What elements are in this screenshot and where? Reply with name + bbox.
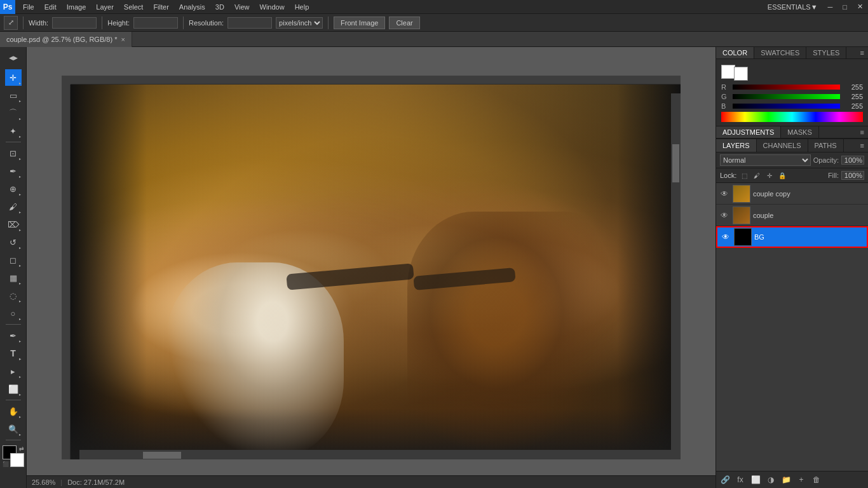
menu-filter[interactable]: Filter <box>148 0 173 14</box>
layer-eye-bg[interactable]: 👁 <box>720 231 731 243</box>
menu-image[interactable]: Image <box>62 0 92 14</box>
color-swatch-fg[interactable] <box>721 65 735 79</box>
color-g-row: G 255 <box>721 93 863 100</box>
layer-item-couple[interactable]: 👁 couple <box>716 205 868 226</box>
healing-brush-tool[interactable]: ⊕▸ <box>5 180 22 197</box>
window-close[interactable]: ✕ <box>852 0 868 14</box>
r-slider[interactable] <box>733 85 840 90</box>
lock-transparent-icon[interactable]: ⬚ <box>739 170 749 180</box>
fill-value[interactable]: 100% <box>841 171 864 180</box>
tab-channels[interactable]: CHANNELS <box>757 139 808 152</box>
lock-position-icon[interactable]: ✛ <box>764 170 775 180</box>
width-input[interactable] <box>52 17 97 29</box>
horizontal-scrollbar[interactable] <box>79 450 671 459</box>
adjustments-tabs: ADJUSTMENTS MASKS ≡ <box>716 126 868 139</box>
tab-close-button[interactable]: × <box>121 36 125 43</box>
g-slider[interactable] <box>733 94 840 99</box>
adjustments-panel-collapse[interactable]: ≡ <box>857 126 868 138</box>
zoom-tool[interactable]: 🔍▸ <box>5 421 22 437</box>
layer-thumbnail-couple <box>733 207 750 224</box>
resolution-unit-select[interactable]: pixels/inch <box>276 17 323 29</box>
dodge-tool[interactable]: ○▸ <box>5 305 22 322</box>
menu-view[interactable]: View <box>229 0 255 14</box>
tab-paths[interactable]: PATHS <box>808 139 844 152</box>
menu-edit[interactable]: Edit <box>39 0 62 14</box>
window-restore[interactable]: □ <box>837 0 852 14</box>
tab-adjustments[interactable]: ADJUSTMENTS <box>716 126 781 138</box>
tab-masks[interactable]: MASKS <box>781 126 819 138</box>
zoom-level[interactable]: 25.68% <box>32 478 55 486</box>
lock-pixels-icon[interactable]: 🖌 <box>752 170 762 180</box>
color-panel-tabs: COLOR SWATCHES STYLES ≡ <box>716 47 868 59</box>
menu-file[interactable]: File <box>18 0 39 14</box>
resolution-label: Resolution: <box>189 19 224 27</box>
color-panel-collapse[interactable]: ≡ <box>857 47 868 58</box>
menu-3d[interactable]: 3D <box>210 0 229 14</box>
brush-tool[interactable]: 🖌▸ <box>5 198 22 215</box>
eraser-tool[interactable]: ◻▸ <box>5 252 22 268</box>
new-group-button[interactable]: 📁 <box>780 473 792 486</box>
layer-item-couple-copy[interactable]: 👁 couple copy <box>716 183 868 205</box>
layer-eye-couple[interactable]: 👁 <box>719 210 730 221</box>
layers-panel-collapse[interactable]: ≡ <box>857 139 868 152</box>
text-tool[interactable]: T▸ <box>5 345 22 362</box>
main-area: ◀▶ ✛▸ ▭▸ ⌒▸ ✦▸ ⊡▸ ✒▸ ⊕▸ 🖌▸ ⌦▸ ↺▸ ◻▸ ▦▸ ◌… <box>0 47 868 488</box>
add-style-button[interactable]: fx <box>734 473 747 486</box>
magic-wand-tool[interactable]: ✦▸ <box>5 123 22 139</box>
tab-swatches[interactable]: SWATCHES <box>754 47 806 58</box>
swap-colors-icon[interactable]: ⇄ <box>19 445 24 452</box>
color-spectrum[interactable] <box>721 112 863 122</box>
lock-all-icon[interactable]: 🔒 <box>777 170 787 180</box>
window-minimize[interactable]: ─ <box>823 0 838 14</box>
move-tool[interactable]: ✛▸ <box>5 69 22 86</box>
shape-tool[interactable]: ⬜▸ <box>5 381 22 397</box>
front-image-button[interactable]: Front Image <box>334 17 385 29</box>
toolbar-collapse-button[interactable]: ◀▶ <box>5 50 22 66</box>
new-layer-button[interactable]: + <box>795 473 808 486</box>
menu-window[interactable]: Window <box>255 0 290 14</box>
layer-item-bg[interactable]: 👁 BG <box>716 226 868 248</box>
menu-help[interactable]: Help <box>290 0 315 14</box>
opacity-value[interactable]: 100% <box>841 156 864 165</box>
active-tool-icon: ⤢ <box>4 16 18 30</box>
horizontal-ruler <box>71 76 681 85</box>
link-layers-button[interactable]: 🔗 <box>719 473 731 486</box>
menu-layer[interactable]: Layer <box>91 0 119 14</box>
tab-styles[interactable]: STYLES <box>806 47 846 58</box>
hand-tool[interactable]: ✋▸ <box>5 403 22 419</box>
blur-tool[interactable]: ◌▸ <box>5 287 22 304</box>
tab-color[interactable]: COLOR <box>716 47 754 58</box>
clear-button[interactable]: Clear <box>389 17 419 29</box>
pen-tool[interactable]: ✒▸ <box>5 327 22 344</box>
document-tab[interactable]: couple.psd @ 25.7% (BG, RGB/8) * × <box>0 32 132 47</box>
menu-select[interactable]: Select <box>119 0 149 14</box>
reset-colors-icon[interactable]: ⬛ <box>3 461 9 467</box>
background-color[interactable] <box>10 453 24 467</box>
eyedropper-tool[interactable]: ✒▸ <box>5 163 22 179</box>
essentials-mode[interactable]: ESSENTIALS ▼ <box>763 3 823 11</box>
crop-tool[interactable]: ⊡▸ <box>5 145 22 161</box>
tab-layers[interactable]: LAYERS <box>716 139 757 152</box>
height-input[interactable] <box>133 17 178 29</box>
blend-mode-select[interactable]: Normal <box>720 154 811 166</box>
layer-eye-couple-copy[interactable]: 👁 <box>719 188 730 200</box>
b-slider[interactable] <box>733 104 840 109</box>
delete-layer-button[interactable]: 🗑 <box>810 473 823 486</box>
options-bar: ⤢ Width: Height: Resolution: pixels/inch… <box>0 14 868 32</box>
color-swatch-bg[interactable] <box>734 67 748 81</box>
color-r-row: R 255 <box>721 83 863 91</box>
menu-bar: Ps File Edit Image Layer Select Filter A… <box>0 0 868 14</box>
foreground-background-colors[interactable]: ⇄ ⬛ <box>3 445 24 467</box>
new-adjustment-button[interactable]: ◑ <box>764 473 777 486</box>
resolution-input[interactable] <box>227 17 272 29</box>
marquee-tool[interactable]: ▭▸ <box>5 87 22 104</box>
history-brush-tool[interactable]: ↺▸ <box>5 234 22 250</box>
add-mask-button[interactable]: ⬜ <box>749 473 762 486</box>
path-selection-tool[interactable]: ▸▸ <box>5 363 22 379</box>
clone-stamp-tool[interactable]: ⌦▸ <box>5 216 22 233</box>
menu-analysis[interactable]: Analysis <box>174 0 210 14</box>
vertical-scrollbar[interactable] <box>671 93 681 450</box>
canvas-document[interactable] <box>71 85 681 459</box>
lasso-tool[interactable]: ⌒▸ <box>5 105 22 121</box>
gradient-tool[interactable]: ▦▸ <box>5 269 22 286</box>
